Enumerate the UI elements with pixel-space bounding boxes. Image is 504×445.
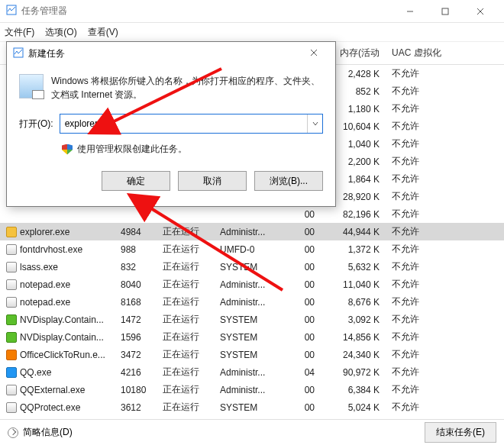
table-row[interactable]: lsass.exe832正在运行SYSTEM005,632 K不允许 — [0, 258, 504, 276]
cell-user: Administr... — [214, 381, 286, 398]
table-row[interactable]: fontdrvhost.exe988正在运行UMFD-0001,372 K不允许 — [0, 240, 504, 258]
process-name: notepad.exe — [20, 297, 70, 308]
cell-cpu: 00 — [286, 258, 321, 276]
table-row[interactable]: QQ.exe4216正在运行Administr...0490,972 K不允许 — [0, 363, 504, 381]
cell-user: Administr... — [214, 276, 286, 293]
process-name: NVDisplay.Contain... — [20, 314, 104, 325]
brief-info-link[interactable]: 简略信息(D) — [23, 426, 73, 439]
cell-mem: 90,972 K — [321, 363, 386, 381]
cell-pid: 4216 — [115, 363, 157, 381]
process-name: explorer.exe — [20, 227, 69, 237]
cell-mem: 5,024 K — [321, 398, 386, 416]
cell-status: 正在运行 — [157, 258, 214, 276]
process-name: fontdrvhost.exe — [20, 244, 82, 255]
table-row[interactable]: notepad.exe8040正在运行Administr...0011,040 … — [0, 276, 504, 293]
cell-pid: 1596 — [115, 328, 157, 346]
cell-cpu: 00 — [286, 328, 321, 346]
menu-file[interactable]: 文件(F) — [5, 26, 34, 39]
cell-cpu: 00 — [286, 346, 321, 363]
open-label: 打开(O): — [19, 118, 53, 131]
cell-mem: 3,092 K — [321, 311, 386, 328]
cell-status: 正在运行 — [157, 293, 214, 311]
cell-uac: 不允许 — [386, 258, 504, 276]
process-icon — [6, 244, 17, 255]
process-icon — [6, 332, 17, 343]
cell-pid — [115, 205, 157, 223]
cell-cpu: 04 — [286, 363, 321, 381]
cell-user: Administr... — [214, 293, 286, 311]
cell-uac: 不允许 — [386, 311, 504, 328]
process-icon — [6, 314, 17, 325]
cancel-button[interactable]: 取消 — [178, 171, 247, 191]
table-row[interactable]: 0082,196 K不允许 — [0, 205, 504, 223]
cell-mem: 24,340 K — [321, 346, 386, 363]
cell-cpu: 00 — [286, 311, 321, 328]
process-name: notepad.exe — [20, 279, 70, 290]
dialog-title: 新建任务 — [28, 47, 299, 60]
open-combobox[interactable] — [60, 114, 323, 134]
cell-status: 正在运行 — [157, 363, 214, 381]
shield-icon — [62, 144, 73, 155]
window-title: 任务管理器 — [21, 5, 393, 18]
cell-mem: 82,196 K — [321, 205, 386, 223]
process-icon — [6, 402, 17, 413]
dialog-close-button[interactable] — [299, 48, 329, 59]
table-row[interactable]: notepad.exe8168正在运行Administr...008,676 K… — [0, 293, 504, 311]
cell-mem: 44,944 K — [321, 223, 386, 240]
cell-cpu: 00 — [286, 240, 321, 258]
statusbar: 简略信息(D) 结束任务(E) — [0, 419, 504, 445]
cell-status: 正在运行 — [157, 398, 214, 416]
svg-rect-2 — [442, 8, 448, 15]
col-uac[interactable]: UAC 虚拟化 — [386, 42, 504, 65]
process-name: QQProtect.exe — [20, 402, 80, 413]
maximize-button[interactable] — [428, 0, 463, 23]
table-row[interactable]: explorer.exe4984正在运行Administr...0044,944… — [0, 223, 504, 240]
table-row[interactable]: OfficeClickToRun.e...3472正在运行SYSTEM0024,… — [0, 346, 504, 363]
cell-pid: 10180 — [115, 381, 157, 398]
menu-options[interactable]: 选项(O) — [45, 26, 76, 39]
cell-uac: 不允许 — [386, 328, 504, 346]
cell-uac: 不允许 — [386, 240, 504, 258]
cell-uac: 不允许 — [386, 188, 504, 205]
dialog-description: Windows 将根据你所键入的名称，为你打开相应的程序、文件夹、文档或 Int… — [51, 74, 323, 102]
expand-icon[interactable] — [8, 427, 18, 438]
cell-uac: 不允许 — [386, 135, 504, 153]
cell-user: SYSTEM — [214, 311, 286, 328]
cell-mem: 8,676 K — [321, 293, 386, 311]
cell-mem: 5,632 K — [321, 258, 386, 276]
table-row[interactable]: NVDisplay.Contain...1472正在运行SYSTEM003,09… — [0, 311, 504, 328]
cell-uac: 不允许 — [386, 170, 504, 188]
cell-uac: 不允许 — [386, 205, 504, 223]
end-task-button[interactable]: 结束任务(E) — [425, 422, 496, 443]
close-button[interactable] — [463, 0, 498, 23]
cell-status: 正在运行 — [157, 276, 214, 293]
ok-button[interactable]: 确定 — [102, 171, 170, 191]
table-row[interactable]: NVDisplay.Contain...1596正在运行SYSTEM0014,8… — [0, 328, 504, 346]
menu-view[interactable]: 查看(V) — [88, 26, 118, 39]
cell-status: 正在运行 — [157, 311, 214, 328]
minimize-button[interactable] — [393, 0, 428, 23]
process-icon — [6, 227, 17, 237]
cell-uac: 不允许 — [386, 398, 504, 416]
cell-uac: 不允许 — [386, 223, 504, 240]
process-icon — [6, 350, 17, 360]
cell-uac: 不允许 — [386, 118, 504, 135]
process-icon — [6, 279, 17, 290]
cell-cpu: 00 — [286, 223, 321, 240]
table-row[interactable]: QQProtect.exe3612正在运行SYSTEM005,024 K不允许 — [0, 398, 504, 416]
menubar: 文件(F) 选项(O) 查看(V) — [0, 23, 504, 41]
cell-pid: 8040 — [115, 276, 157, 293]
table-row[interactable]: QQExternal.exe10180正在运行Administr...006,3… — [0, 381, 504, 398]
cell-uac: 不允许 — [386, 276, 504, 293]
cell-uac: 不允许 — [386, 65, 504, 83]
cell-uac: 不允许 — [386, 293, 504, 311]
open-input[interactable] — [60, 114, 307, 133]
chevron-down-icon[interactable] — [307, 114, 322, 133]
run-dialog: 新建任务 Windows 将根据你所键入的名称，为你打开相应的程序、文件夹、文档… — [6, 41, 336, 207]
cell-user: Administr... — [214, 363, 286, 381]
cell-cpu: 00 — [286, 293, 321, 311]
cell-cpu: 00 — [286, 205, 321, 223]
browse-button[interactable]: 浏览(B)... — [254, 171, 323, 191]
run-icon — [19, 74, 44, 98]
dialog-titlebar: 新建任务 — [7, 42, 335, 65]
